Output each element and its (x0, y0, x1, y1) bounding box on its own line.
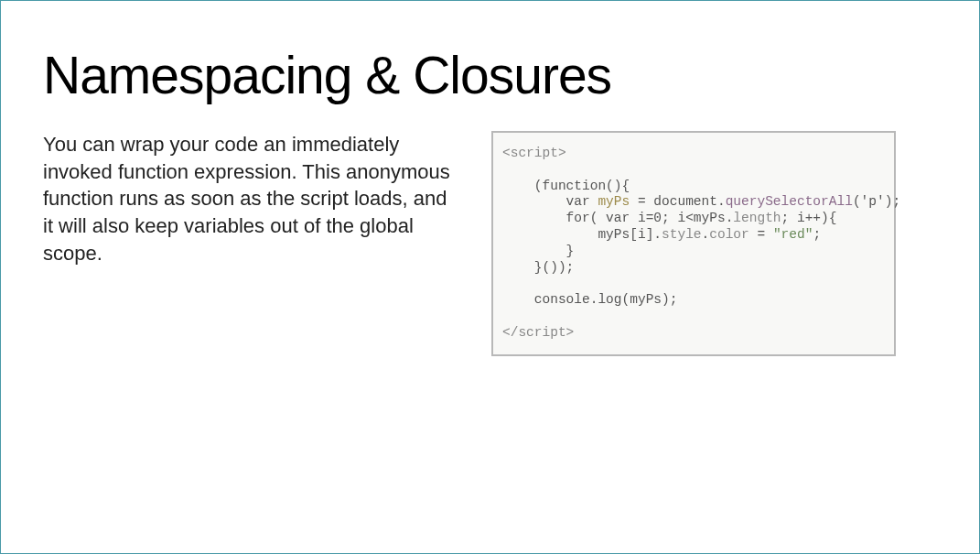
code-line: }()); (502, 260, 574, 275)
slide-title: Namespacing & Closures (43, 45, 937, 105)
code-line: (function(){ (502, 179, 630, 193)
code-example: <script> (function(){ var myPs = documen… (491, 131, 896, 356)
code-line: <script> (502, 146, 566, 160)
code-line: for( var i=0; i<myPs.length; i++){ (502, 211, 836, 225)
slide-container: Namespacing & Closures You can wrap your… (1, 1, 979, 400)
code-line: var myPs = document.querySelectorAll('p'… (502, 194, 900, 209)
content-row: You can wrap your code an immediately in… (43, 131, 937, 356)
code-line: </script> (502, 325, 574, 340)
code-line: myPs[i].style.color = "red"; (502, 227, 821, 242)
body-paragraph: You can wrap your code an immediately in… (43, 131, 455, 266)
code-line: } (502, 244, 574, 258)
code-line: console.log(myPs); (502, 292, 677, 307)
